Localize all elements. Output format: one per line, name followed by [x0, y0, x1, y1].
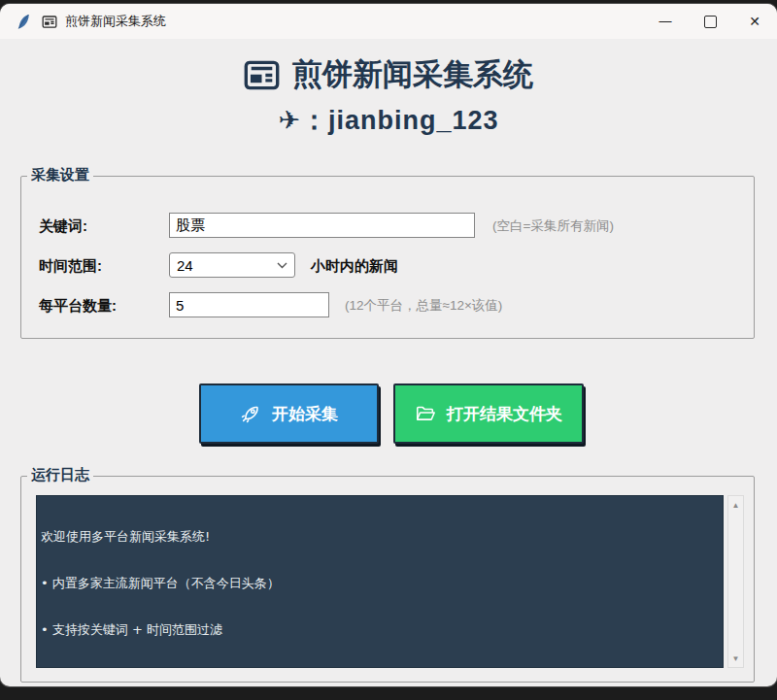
newspaper-header-icon	[244, 60, 280, 90]
keyword-row: 关键词: (空白=采集所有新闻)	[21, 212, 754, 241]
keyword-hint: (空白=采集所有新闻)	[492, 212, 614, 241]
per-platform-input[interactable]	[169, 292, 329, 317]
settings-group-label: 采集设置	[27, 166, 93, 184]
time-range-select[interactable]: 24	[169, 252, 295, 278]
open-folder-icon	[415, 403, 436, 424]
per-platform-row: 每平台数量: (12个平台，总量≈12×该值)	[21, 291, 754, 320]
minimize-icon: —	[659, 14, 672, 28]
settings-groupbox: 采集设置 关键词: (空白=采集所有新闻) 时间范围: 24 小时内的新闻 每平…	[20, 176, 755, 339]
open-result-folder-button[interactable]: 打开结果文件夹	[393, 383, 584, 444]
rocket-icon	[240, 403, 261, 424]
chevron-down-icon	[277, 262, 287, 269]
scroll-up-icon[interactable]: ▲	[728, 498, 743, 512]
log-line: 欢迎使用多平台新闻采集系统!	[41, 529, 719, 545]
minimize-button[interactable]: —	[643, 4, 688, 39]
titlebar: 煎饼新闻采集系统 — ✕	[0, 4, 777, 39]
maximize-icon	[704, 16, 717, 28]
python-feather-icon	[17, 14, 30, 30]
scroll-down-icon[interactable]: ▼	[728, 651, 743, 665]
log-line: • 支持按关键词 + 时间范围过滤	[41, 622, 719, 638]
open-result-folder-label: 打开结果文件夹	[447, 403, 562, 425]
time-range-label: 时间范围:	[39, 251, 102, 281]
page-subtitle: ✈：jianbing_123	[0, 103, 777, 138]
close-icon: ✕	[749, 14, 760, 29]
log-console: 欢迎使用多平台新闻采集系统! • 内置多家主流新闻平台（不含今日头条） • 支持…	[36, 495, 724, 668]
start-collect-label: 开始采集	[272, 403, 338, 425]
close-button[interactable]: ✕	[732, 4, 777, 39]
app-header: 煎饼新闻采集系统 ✈：jianbing_123	[0, 54, 777, 138]
log-groupbox: 运行日志 欢迎使用多平台新闻采集系统! • 内置多家主流新闻平台（不含今日头条）…	[20, 476, 755, 683]
maximize-button[interactable]	[688, 4, 732, 39]
keyword-input[interactable]	[169, 213, 475, 238]
time-range-suffix: 小时内的新闻	[311, 251, 398, 281]
page-title-text: 煎饼新闻采集系统	[292, 54, 533, 95]
window-title: 煎饼新闻采集系统	[65, 13, 166, 30]
window-controls: — ✕	[643, 4, 777, 39]
log-group-label: 运行日志	[27, 466, 93, 484]
keyword-label: 关键词:	[39, 212, 87, 241]
time-range-row: 时间范围: 24 小时内的新闻	[21, 251, 754, 281]
per-platform-hint: (12个平台，总量≈12×该值)	[345, 291, 502, 320]
time-range-value: 24	[177, 257, 193, 274]
newspaper-icon	[42, 16, 57, 28]
per-platform-label: 每平台数量:	[39, 291, 117, 320]
app-window: 煎饼新闻采集系统 — ✕ 煎饼新闻采集系统 ✈：jian	[0, 4, 777, 686]
start-collect-button[interactable]: 开始采集	[199, 383, 379, 444]
log-line: • 内置多家主流新闻平台（不含今日头条）	[41, 576, 719, 591]
log-scrollbar[interactable]: ▲ ▼	[727, 495, 744, 668]
page-title: 煎饼新闻采集系统	[0, 54, 777, 95]
